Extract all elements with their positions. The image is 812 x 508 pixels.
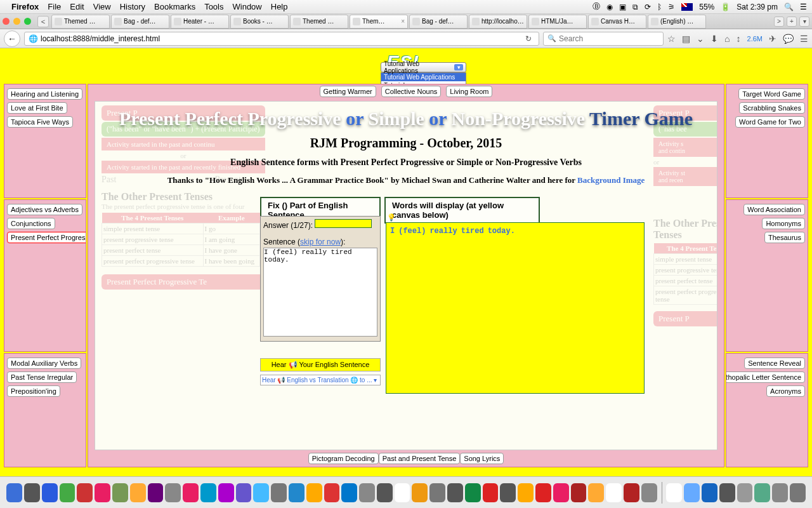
dock-app-icon[interactable] (218, 483, 234, 502)
dock-app-icon[interactable] (165, 483, 181, 502)
browser-tab[interactable]: Them…× (350, 15, 408, 29)
dock-app-icon[interactable] (253, 483, 269, 502)
nav-button[interactable]: Scrabbling Snakes (739, 102, 805, 114)
menu-view[interactable]: View (93, 2, 111, 11)
dock-app-icon[interactable] (535, 483, 551, 502)
pocket-icon[interactable]: ⌄ (697, 34, 704, 44)
dock-app-icon[interactable] (377, 483, 393, 502)
menu-help[interactable]: Help (271, 2, 288, 11)
dock-app-icon[interactable] (412, 483, 428, 502)
dock-app-icon[interactable] (772, 483, 788, 502)
status-icon[interactable]: ◉ (606, 3, 613, 11)
browser-tab[interactable]: Bag - def… (409, 15, 468, 29)
dock-app-icon[interactable] (754, 483, 770, 502)
nav-button[interactable]: Acronyms (766, 385, 805, 397)
browser-tab[interactable]: http://localho… (469, 15, 527, 29)
tab-overflow-icon[interactable]: > (774, 17, 784, 27)
nav-button[interactable]: Adjectives vs Adverbs (7, 204, 82, 215)
url-input[interactable] (41, 34, 520, 43)
tab-nav-back[interactable]: < (37, 16, 49, 27)
bluetooth-icon[interactable]: ᛒ (657, 3, 662, 11)
nav-button[interactable]: Modal Auxiliary Verbs (7, 358, 81, 369)
browser-tab[interactable]: Books - … (230, 15, 289, 29)
address-bar[interactable]: 🌐 ↻ (24, 32, 539, 46)
dock-app-icon[interactable] (148, 483, 164, 502)
dock-app-icon[interactable] (200, 483, 216, 502)
nav-button[interactable]: Rhopalic Letter Sentence (726, 371, 805, 383)
dock-app-icon[interactable] (571, 483, 587, 502)
menu-file[interactable]: File (48, 2, 61, 11)
nav-button[interactable]: Pictogram Decoding (308, 453, 379, 464)
status-icon[interactable]: Ⓑ (593, 1, 600, 12)
spotlight-icon[interactable]: 🔍 (784, 3, 794, 11)
nav-button[interactable]: Word Game for Two (735, 116, 805, 128)
menu-edit[interactable]: Edit (70, 2, 84, 11)
nav-button[interactable]: Tapioca Five Ways (7, 116, 73, 128)
dock-app-icon[interactable] (447, 483, 463, 502)
dock-app-icon[interactable] (588, 483, 604, 502)
reload-icon[interactable]: ↻ (522, 34, 535, 43)
dock-app-icon[interactable] (666, 483, 682, 502)
dock-app-icon[interactable] (606, 483, 622, 502)
dock-app-icon[interactable] (624, 483, 639, 502)
answer-input[interactable] (315, 219, 372, 228)
nav-button[interactable]: Past and Present Tense (379, 453, 461, 464)
bookmark-star-icon[interactable]: ☆ (667, 34, 676, 44)
dock-app-icon[interactable] (465, 483, 481, 502)
nav-button[interactable]: Conjunctions (7, 218, 55, 229)
chat-icon[interactable]: 💬 (783, 34, 794, 44)
nav-button[interactable]: Target Word Game (738, 88, 805, 100)
dock-app-icon[interactable] (737, 483, 753, 502)
dock-app-icon[interactable] (553, 483, 569, 502)
dock-app-icon[interactable] (341, 483, 357, 502)
nav-button[interactable]: Preposition'ing (7, 385, 60, 397)
nav-button[interactable]: Love at First Bite (7, 102, 67, 114)
app-name[interactable]: Firefox (11, 2, 39, 11)
close-tab-icon[interactable]: × (401, 18, 405, 25)
nav-button[interactable]: Collective Nouns (381, 86, 442, 97)
nav-button[interactable]: Hearing and Listening (7, 88, 82, 100)
back-button[interactable]: ← (4, 30, 20, 47)
sync-icon[interactable]: ⟳ (645, 3, 651, 11)
dock-app-icon[interactable] (130, 483, 146, 502)
dock-app-icon[interactable] (641, 483, 657, 502)
download-icon[interactable]: ⬇ (710, 34, 718, 44)
dock-app-icon[interactable] (702, 483, 717, 502)
menu-history[interactable]: History (120, 2, 145, 11)
browser-tab[interactable]: Themed … (51, 15, 110, 29)
home-icon[interactable]: ⌂ (724, 34, 730, 44)
dock-app-icon[interactable] (483, 483, 499, 502)
hear-button[interactable]: Hear 📢 Your English Sentence (260, 358, 381, 371)
nav-button[interactable]: Present Perfect Progressive (7, 232, 86, 243)
flag-icon[interactable] (681, 3, 693, 11)
dock-app-icon[interactable] (790, 483, 806, 502)
nav-button[interactable]: Sentence Reveal (744, 358, 805, 369)
menu-window[interactable]: Window (233, 2, 262, 11)
dock-app-icon[interactable] (6, 483, 22, 502)
dock-app-icon[interactable] (395, 483, 410, 502)
nav-button[interactable]: Getting Warmer (320, 86, 376, 97)
new-tab-icon[interactable]: + (787, 17, 797, 27)
browser-tab[interactable]: Heater - … (171, 15, 229, 29)
background-image-link[interactable]: Background Image (577, 175, 645, 185)
dropdown-option[interactable]: Tutorial Web Applications (381, 73, 466, 81)
airplay-icon[interactable]: ⧉ (632, 3, 638, 11)
nav-button[interactable]: Past Tense Irregular (7, 371, 77, 383)
hamburger-icon[interactable]: ☰ (800, 34, 808, 44)
browser-tab[interactable]: Themed … (290, 15, 348, 29)
status-icon[interactable]: ▣ (619, 3, 626, 11)
dock-app-icon[interactable] (112, 483, 128, 502)
nav-button[interactable]: Thesaurus (764, 232, 805, 243)
nav-button[interactable]: Homonyms (762, 218, 805, 229)
search-bar[interactable]: 🔍 (543, 32, 664, 46)
dock-app-icon[interactable] (429, 483, 445, 502)
maximize-window-icon[interactable] (24, 18, 31, 25)
browser-tab[interactable]: (English) … (648, 15, 706, 29)
dock-app-icon[interactable] (60, 483, 75, 502)
tab-list-icon[interactable]: ▾ (799, 17, 809, 27)
menu-icon[interactable]: ☰ (800, 3, 807, 11)
dock-app-icon[interactable] (359, 483, 375, 502)
dock-app-icon[interactable] (95, 483, 110, 502)
dock-app-icon[interactable] (236, 483, 252, 502)
battery-icon[interactable]: 🔋 (721, 3, 730, 11)
